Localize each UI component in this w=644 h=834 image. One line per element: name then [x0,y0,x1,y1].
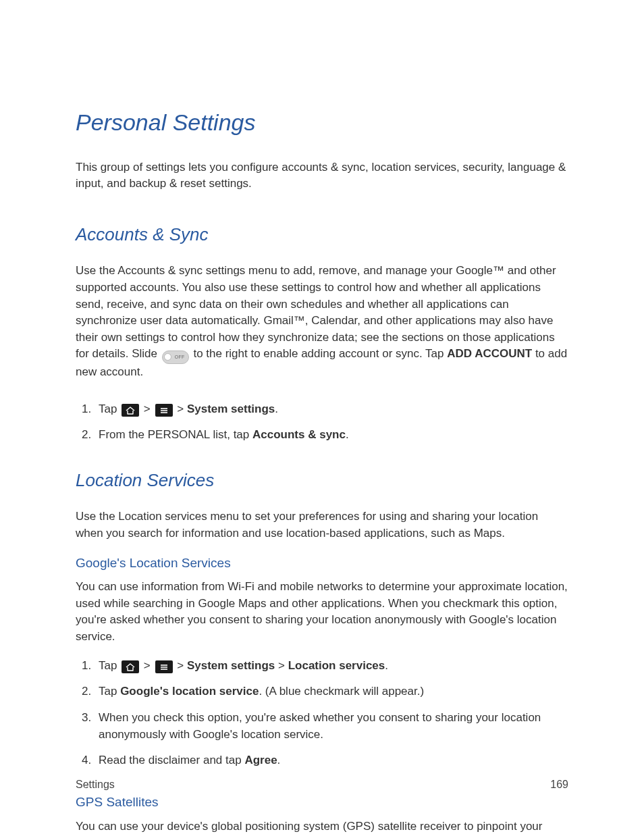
step-sep-2: > [174,402,187,415]
home-icon [122,660,139,673]
section-accounts-sync: Accounts & Sync [76,222,568,246]
gls2-a: Tap [99,685,120,698]
location-services-label: Location services [288,659,385,672]
accounts-paragraph: Use the Accounts & sync settings menu to… [76,263,568,380]
system-settings-label: System settings [187,659,275,672]
google-location-service-label: Google's location service [120,685,259,698]
menu-icon [155,660,173,673]
intro-paragraph: This group of settings lets you configur… [76,159,568,192]
home-icon [122,404,139,417]
accounts-steps: Tap > > System settings. From the PERSON… [76,401,568,444]
gls-step-1: Tap > > System settings > Location servi… [95,658,568,675]
step-end: . [275,402,278,415]
toggle-knob [164,353,171,361]
gls4-a: Read the disclaimer and tap [99,754,244,766]
gls-step-4: Read the disclaimer and tap Agree. [95,752,568,769]
step2-a: From the PERSONAL list, tap [99,428,252,441]
google-location-paragraph: You can use information from Wi-Fi and m… [76,579,568,646]
gls1-sep1: > [140,659,153,672]
gls-step-2: Tap Google's location service. (A blue c… [95,683,568,700]
footer-page-number: 169 [550,777,568,792]
section-location-services: Location Services [76,468,568,492]
step2-c: . [346,428,349,441]
menu-icon [155,404,173,417]
step-text-tap: Tap [99,402,120,415]
gls4-c: . [277,754,281,766]
footer-section: Settings [76,777,115,792]
location-paragraph: Use the Location services menu to set yo… [76,509,568,542]
accounts-text-b: to the right to enable adding account or… [190,347,448,360]
gps-paragraph: You can use your device's global positio… [76,818,568,834]
add-account-label: ADD ACCOUNT [447,347,532,360]
google-location-steps: Tap > > System settings > Location servi… [76,658,568,769]
toggle-off-label: OFF [175,354,185,361]
agree-label: Agree [244,754,277,766]
page-footer: Settings 169 [76,777,568,792]
step-sep-1: > [140,402,153,415]
gls2-c: . (A blue checkmark will appear.) [259,685,424,698]
accounts-step-1: Tap > > System settings. [95,401,568,418]
gls1-sep3: > [275,659,288,672]
subsection-google-location: Google's Location Services [76,554,568,573]
toggle-off-icon: OFF [162,350,189,364]
gls1-end: . [385,659,388,672]
accounts-sync-label: Accounts & sync [252,428,346,441]
accounts-step-2: From the PERSONAL list, tap Accounts & s… [95,427,568,444]
gls1-tap: Tap [99,659,120,672]
system-settings-label: System settings [187,402,275,415]
gls-step-3: When you check this option, you're asked… [95,710,568,743]
gls1-sep2: > [174,659,187,672]
page-title: Personal Settings [76,107,568,139]
subsection-gps-satellites: GPS Satellites [76,793,568,812]
accounts-text-a: Use the Accounts & sync settings menu to… [76,264,556,360]
